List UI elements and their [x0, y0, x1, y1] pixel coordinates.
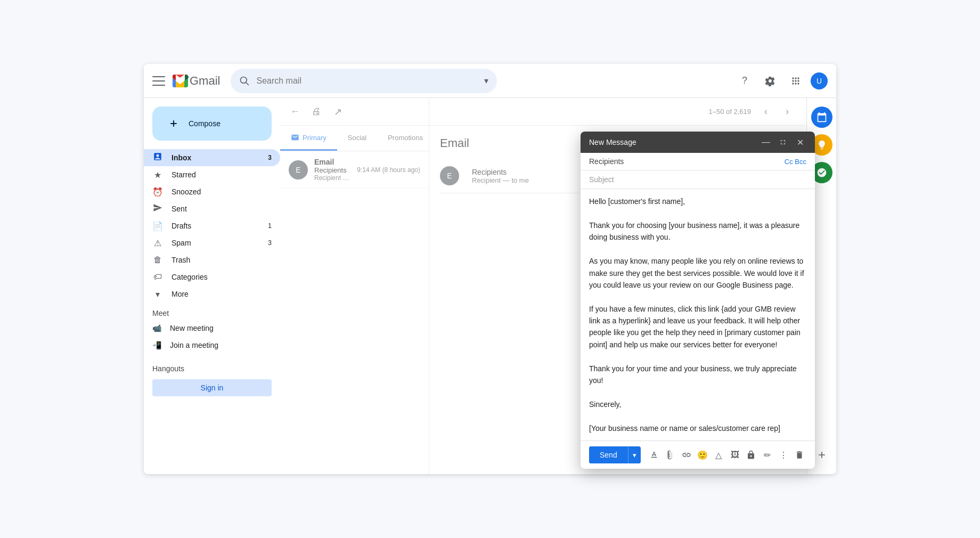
signature-icon[interactable]: ✏: [760, 446, 774, 463]
sidebar-item-trash[interactable]: 🗑 Trash: [144, 251, 280, 268]
tab-primary[interactable]: Primary: [280, 126, 337, 151]
body-line11: Sincerely,: [589, 398, 806, 410]
body-line1: Hello [customer's first name],: [589, 195, 806, 207]
compose-fullscreen-button[interactable]: [777, 136, 789, 149]
calendar-panel-icon[interactable]: [811, 107, 832, 128]
send-button-group: Send ▾: [589, 446, 641, 463]
external-link-icon[interactable]: ↗: [327, 101, 348, 123]
star-icon: ★: [152, 170, 163, 180]
compose-minimize-button[interactable]: —: [760, 136, 772, 149]
compose-close-button[interactable]: ✕: [794, 136, 806, 149]
sidebar-trash-label: Trash: [172, 256, 190, 264]
prev-email-icon[interactable]: ‹: [755, 101, 777, 123]
compose-modal-header: New Message — ✕: [581, 132, 815, 153]
user-avatar[interactable]: U: [811, 72, 828, 89]
sidebar-new-meeting[interactable]: 📹 New meeting: [144, 320, 280, 337]
sidebar-sent-label: Sent: [172, 205, 187, 213]
format-text-icon[interactable]: [647, 446, 661, 463]
email-sender-avatar: E: [289, 160, 308, 180]
trash-icon: 🗑: [152, 255, 163, 265]
search-dropdown-icon[interactable]: ▾: [484, 76, 488, 86]
email-sender-name: Email: [314, 158, 353, 166]
sidebar-item-snoozed[interactable]: ⏰ Snoozed: [144, 183, 280, 200]
help-icon[interactable]: ?: [734, 70, 755, 92]
app-header: Gmail ▾ ? U: [144, 64, 836, 98]
tab-social[interactable]: Social: [337, 126, 377, 151]
compose-cc-bcc-button[interactable]: Cc Bcc: [785, 158, 806, 166]
hamburger-menu-icon[interactable]: [152, 76, 165, 86]
compose-body[interactable]: Hello [customer's first name], Thank you…: [581, 189, 815, 441]
back-nav-icon[interactable]: ←: [284, 101, 306, 123]
tab-promotions-label: Promotions: [388, 134, 423, 142]
body-line13: [Your business name or name or sales/cus…: [589, 422, 806, 434]
sidebar-item-starred[interactable]: ★ Starred: [144, 166, 280, 183]
email-subject-text: Recipients: [314, 166, 353, 174]
sidebar-item-inbox[interactable]: Inbox 3: [144, 149, 280, 166]
tab-social-label: Social: [348, 134, 366, 142]
sidebar-item-categories[interactable]: 🏷 Categories: [144, 268, 280, 286]
sidebar-snoozed-label: Snoozed: [172, 188, 201, 196]
attach-file-icon[interactable]: [663, 446, 677, 463]
email-list-panel: ← 🖨 ↗ Primary Social Promotions E: [280, 98, 429, 474]
email-list-item[interactable]: E Email Recipients Recipient — to me 9:1…: [280, 151, 429, 189]
lock-icon[interactable]: [744, 446, 758, 463]
google-drive-icon[interactable]: △: [712, 446, 725, 463]
compose-subject-row: [581, 170, 815, 189]
search-bar[interactable]: ▾: [231, 69, 497, 93]
sidebar-item-drafts[interactable]: 📄 Drafts 1: [144, 217, 280, 234]
email-preview-text: Recipient — to me: [314, 174, 353, 182]
drafts-icon: 📄: [152, 221, 163, 231]
print-icon[interactable]: 🖨: [306, 101, 327, 123]
hangouts-section-label: Hangouts: [144, 358, 280, 375]
email-view-toolbar: 1–50 of 2,619 ‹ ›: [429, 98, 806, 126]
compose-modal-title: New Message: [589, 138, 636, 146]
sidebar-item-spam[interactable]: ⚠ Spam 3: [144, 234, 280, 251]
sidebar-inbox-label: Inbox: [172, 153, 191, 162]
email-info: Email Recipients Recipient — to me: [314, 158, 353, 182]
compose-footer: Send ▾ 🙂 △ 🖼 ✏ ⋮: [581, 441, 815, 469]
apps-icon[interactable]: [785, 70, 806, 92]
sidebar-item-sent[interactable]: Sent: [144, 200, 280, 217]
sidebar-more-label: More: [172, 290, 189, 298]
insert-emoji-icon[interactable]: 🙂: [696, 446, 709, 463]
sign-in-button[interactable]: Sign in: [152, 379, 272, 396]
compose-header-icons: — ✕: [760, 136, 806, 149]
search-input[interactable]: [256, 76, 484, 86]
email-list-toolbar: ← 🖨 ↗: [280, 98, 429, 126]
tab-promotions[interactable]: Promotions: [377, 126, 429, 151]
sidebar-drafts-label: Drafts: [172, 222, 191, 230]
pagination-info: 1–50 of 2,619: [708, 108, 751, 116]
compose-subject-input[interactable]: [589, 175, 806, 184]
meet-section-label: Meet: [144, 303, 280, 320]
join-meeting-icon: 📲: [152, 341, 161, 349]
inbox-icon: [152, 152, 163, 164]
header-icons: ? U: [734, 70, 828, 92]
sidebar-item-more[interactable]: ▾ More: [144, 286, 280, 303]
compose-button[interactable]: Compose: [152, 107, 272, 141]
compose-modal: New Message — ✕ Recipients Cc Bcc Hello …: [581, 132, 815, 469]
settings-icon[interactable]: [760, 70, 781, 92]
gmail-logo-icon: [170, 71, 190, 91]
gmail-logo-text: Gmail: [190, 74, 220, 88]
sidebar-categories-label: Categories: [172, 273, 208, 281]
insert-photo-icon[interactable]: 🖼: [728, 446, 741, 463]
next-email-icon[interactable]: ›: [777, 101, 798, 123]
compose-delete-icon[interactable]: [793, 446, 806, 463]
new-meeting-icon: 📹: [152, 324, 161, 332]
gmail-logo: Gmail: [170, 71, 220, 91]
compose-recipients-label: Recipients: [589, 157, 785, 166]
sidebar-join-meeting[interactable]: 📲 Join a meeting: [144, 337, 280, 354]
insert-link-icon[interactable]: [679, 446, 693, 463]
email-tabs: Primary Social Promotions: [280, 126, 429, 151]
compose-more-options-icon[interactable]: ⋮: [776, 446, 790, 463]
compose-label: Compose: [189, 119, 220, 128]
body-line9: Thank you for your time and your busines…: [589, 363, 806, 387]
body-line5: As you may know, many people like you re…: [589, 255, 806, 291]
sender-avatar-view: E: [440, 166, 459, 185]
send-button[interactable]: Send: [589, 446, 628, 463]
send-dropdown-button[interactable]: ▾: [628, 447, 641, 463]
sidebar-starred-label: Starred: [172, 170, 196, 179]
sidebar: Compose Inbox 3 ★ Starred ⏰ Snoozed: [144, 98, 280, 474]
inbox-count: 3: [268, 154, 272, 161]
categories-icon: 🏷: [152, 272, 163, 282]
